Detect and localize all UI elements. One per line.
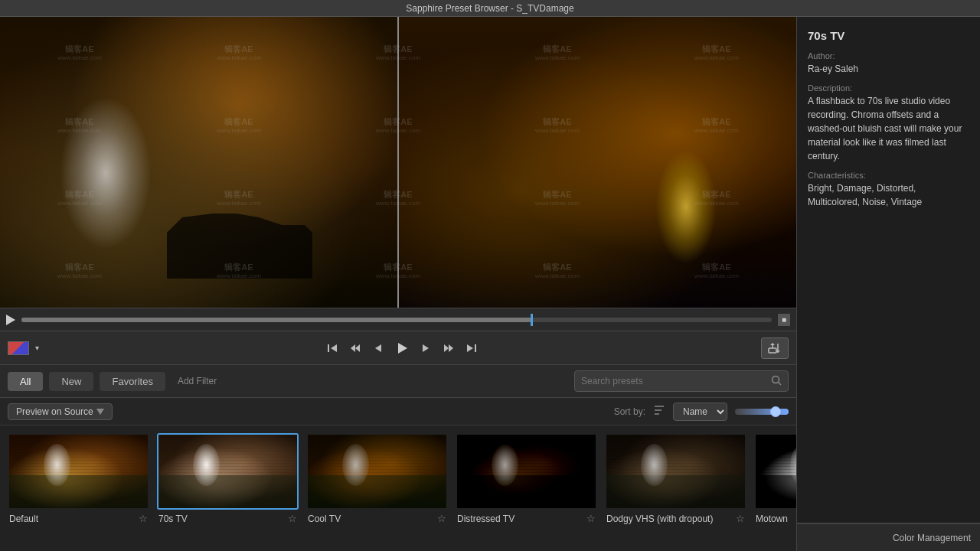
preset-label-row: 70s TV ☆ [157, 510, 299, 524]
sort-icon-button[interactable] [653, 405, 665, 418]
characteristics-value: Bright, Damage, Distorted, Multicolored,… [808, 181, 969, 209]
preset-thumbnail [756, 435, 796, 508]
preset-item-default[interactable]: Default ☆ [8, 433, 149, 524]
split-line [397, 17, 399, 308]
preset-label-row: Default ☆ [8, 510, 149, 524]
svg-line-17 [779, 382, 782, 385]
right-controls [761, 337, 789, 359]
preset-star-70stv[interactable]: ☆ [288, 513, 297, 524]
search-presets-wrap [574, 370, 789, 392]
svg-rect-0 [328, 344, 329, 352]
preset-item-70stv[interactable]: 70s TV ☆ [157, 433, 299, 524]
preview-source-button[interactable]: Preview on Source [8, 403, 113, 420]
svg-marker-3 [355, 344, 360, 352]
preset-thumb-70stv [157, 433, 299, 510]
window-title: Sapphire Preset Browser - S_TVDamage [406, 3, 573, 14]
timeline-playhead [531, 314, 533, 326]
center-controls [323, 338, 481, 358]
preset-star-distressedtv[interactable]: ☆ [586, 513, 596, 524]
sort-by-label: Sort by: [614, 406, 645, 417]
preview-area: 辑客AEwww.taikae.com 辑客AEwww.taikae.com 辑客… [0, 17, 796, 308]
preset-label-row: Cool TV ☆ [306, 510, 448, 524]
right-panel: 70s TV Author: Ra-ey Saleh Description: … [796, 17, 980, 551]
preset-thumbnail [158, 435, 297, 508]
swatch-dropdown-button[interactable]: ▾ [32, 341, 42, 355]
color-swatch[interactable] [8, 341, 29, 355]
search-icon-button[interactable] [771, 375, 782, 388]
timeline-area: ■ [0, 308, 796, 331]
preset-thumbnail [308, 435, 446, 508]
preset-name-dodgyvhs: Dodgy VHS (with dropout) [606, 514, 713, 524]
title-bar: Sapphire Preset Browser - S_TVDamage [0, 0, 980, 17]
step-forward-button[interactable] [439, 339, 458, 357]
svg-marker-13 [770, 343, 775, 345]
add-filter-button[interactable]: Add Filter [172, 373, 223, 390]
smoke-effect-right [655, 149, 717, 264]
svg-rect-10 [475, 344, 476, 352]
preset-label-row: Motown ☆ [754, 510, 796, 524]
preset-thumbnail [457, 435, 596, 508]
skip-to-start-button[interactable] [323, 339, 341, 357]
filter-tabs-area: All New Favorites Add Filter [0, 364, 796, 398]
svg-marker-6 [423, 344, 429, 352]
svg-marker-4 [375, 344, 381, 352]
skip-to-end-button[interactable] [462, 339, 481, 357]
svg-marker-7 [444, 344, 449, 352]
preset-name-default: Default [9, 514, 38, 524]
info-panel: 70s TV Author: Ra-ey Saleh Description: … [797, 17, 980, 523]
preset-thumb-default [8, 433, 149, 510]
preview-right-half [398, 17, 796, 308]
preset-item-dodgyvhs[interactable]: Dodgy VHS (with dropout) ☆ [605, 433, 746, 524]
sort-row: Preview on Source Sort by: Name [0, 398, 796, 425]
preset-thumbnail [9, 435, 148, 508]
color-management-button[interactable]: Color Management [893, 533, 971, 543]
play-button[interactable] [392, 338, 412, 358]
frame-forward-button[interactable] [416, 339, 435, 357]
preset-name-cooltv: Cool TV [308, 514, 341, 524]
preset-name-motown: Motown [756, 514, 788, 524]
preset-item-motown[interactable]: Motown ☆ [754, 433, 796, 524]
left-controls: ▾ [8, 341, 42, 355]
preset-star-cooltv[interactable]: ☆ [437, 513, 446, 524]
svg-marker-9 [467, 344, 473, 352]
svg-point-16 [773, 376, 779, 383]
preset-star-dodgyvhs[interactable]: ☆ [736, 513, 745, 524]
bottom-section: All New Favorites Add Filter Preview on … [0, 364, 796, 551]
description-value: A flashback to 70s live studio video rec… [808, 94, 969, 163]
color-range-slider[interactable] [735, 409, 789, 415]
preset-label-row: Dodgy VHS (with dropout) ☆ [605, 510, 746, 524]
preview-image: 辑客AEwww.taikae.com 辑客AEwww.taikae.com 辑客… [0, 17, 796, 308]
timeline-track[interactable] [21, 318, 772, 322]
smoke-effect-left [60, 96, 152, 249]
svg-marker-18 [96, 409, 104, 415]
frame-back-button[interactable] [369, 339, 387, 357]
sort-name-select[interactable]: Name [673, 403, 727, 421]
svg-marker-8 [449, 344, 453, 352]
tab-all[interactable]: All [8, 372, 43, 391]
preset-item-distressedtv[interactable]: Distressed TV ☆ [456, 433, 597, 524]
search-presets-input[interactable] [581, 376, 771, 386]
timeline-end-button[interactable]: ■ [778, 314, 790, 326]
preset-thumbnail [606, 435, 745, 508]
export-button[interactable] [761, 337, 789, 359]
author-label: Author: [808, 51, 969, 60]
main-layout: 辑客AEwww.taikae.com 辑客AEwww.taikae.com 辑客… [0, 17, 980, 551]
tab-new[interactable]: New [49, 372, 93, 391]
svg-marker-5 [398, 343, 407, 354]
left-panel: 辑客AEwww.taikae.com 辑客AEwww.taikae.com 辑客… [0, 17, 796, 551]
play-arrow-indicator[interactable] [6, 315, 15, 325]
preset-thumb-cooltv [306, 433, 448, 510]
author-value: Ra-ey Saleh [808, 62, 969, 76]
preset-star-default[interactable]: ☆ [139, 513, 148, 524]
preset-thumb-distressedtv [456, 433, 597, 510]
description-label: Description: [808, 83, 969, 93]
slider-thumb [770, 406, 781, 417]
preset-label-row: Distressed TV ☆ [456, 510, 597, 524]
step-back-button[interactable] [346, 339, 364, 357]
tab-favorites[interactable]: Favorites [100, 372, 165, 391]
preset-title: 70s TV [808, 29, 969, 42]
preset-item-cooltv[interactable]: Cool TV ☆ [306, 433, 448, 524]
characteristics-label: Characteristics: [808, 171, 969, 180]
timeline-progress [21, 318, 531, 322]
color-management-bar: Color Management [797, 523, 980, 551]
